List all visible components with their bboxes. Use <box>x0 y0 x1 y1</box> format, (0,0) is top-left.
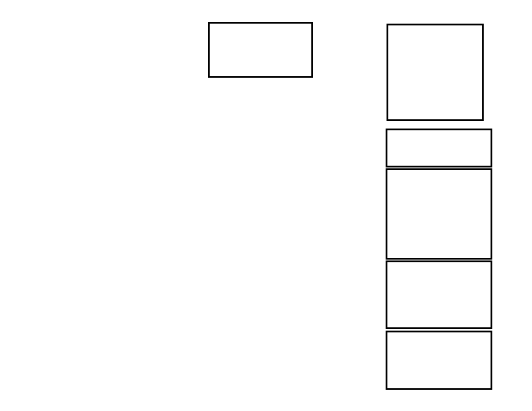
most-unstable-panel <box>386 260 492 329</box>
surface-panel <box>386 168 492 260</box>
hodograph-panel <box>387 24 484 121</box>
hodograph-stats-panel <box>386 331 492 390</box>
skewt-sounding-app <box>0 0 532 411</box>
hodograph-canvas <box>388 25 482 119</box>
stability-indices-panel <box>386 129 492 167</box>
legend-box <box>208 22 313 78</box>
